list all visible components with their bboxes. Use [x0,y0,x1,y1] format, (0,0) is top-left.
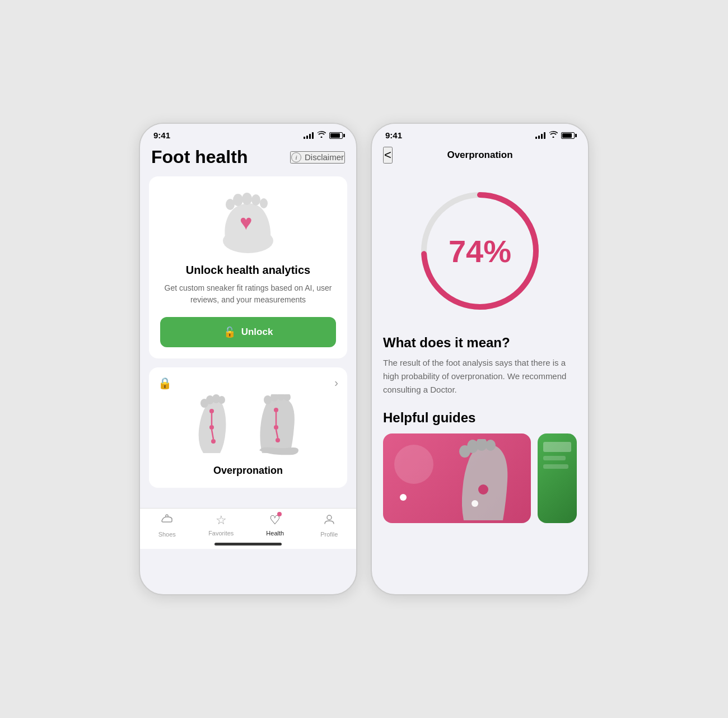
status-icons-2 [535,131,575,139]
guide-circle-decoration [394,445,433,484]
svg-point-16 [264,395,272,404]
svg-point-33 [472,500,478,507]
status-icons-1 [304,131,343,139]
screen1-phone: 9:41 Foot health i Di [139,123,357,595]
battery-icon-2 [561,132,575,139]
chevron-right-icon: › [334,376,338,389]
svg-point-15 [211,439,216,444]
svg-rect-34 [543,442,571,452]
wifi-icon [317,131,326,139]
svg-point-4 [251,194,260,206]
card-top-row: 🔒 › [158,376,338,390]
screen2-phone: 9:41 < Overpronation [371,123,589,595]
unlock-button[interactable]: 🔓 Unlock [160,317,336,347]
svg-point-5 [260,198,268,208]
svg-point-13 [209,425,214,430]
guide-dot-decoration [400,494,407,501]
signal-icon-2 [535,132,545,139]
guide-card-1[interactable] [383,433,531,523]
screen2-header: < Overpronation [372,142,588,172]
svg-point-3 [242,193,252,205]
screen1-content: ♥ Unlock health analytics Get custom sne… [140,176,356,497]
progress-value: 74% [449,233,511,269]
page-title: Foot health [151,147,248,167]
unlock-card: ♥ Unlock health analytics Get custom sne… [149,176,347,358]
wifi-icon-2 [549,131,558,139]
favorites-icon: ☆ [216,513,227,528]
svg-text:♥: ♥ [240,211,253,234]
signal-icon [304,132,314,139]
profile-icon [323,513,335,529]
feet-illustration [158,394,338,456]
svg-point-24 [276,438,280,442]
tab-health-label: Health [266,530,284,537]
tab-favorites-label: Favorites [208,530,234,537]
svg-point-2 [233,194,243,206]
screens-container: 9:41 Foot health i Di [139,123,589,595]
tab-profile-label: Profile [320,531,338,538]
progress-circle-container: 74% [383,172,577,335]
home-indicator [214,543,282,546]
what-description: The result of the foot analysis says tha… [383,356,577,397]
svg-rect-36 [543,464,568,469]
what-title: What does it mean? [383,335,577,351]
info-icon: i [291,152,301,162]
screen2-page-title: Overpronation [447,150,512,161]
disclaimer-label: Disclaimer [305,152,344,162]
tab-shoes[interactable]: Shoes [150,513,184,538]
guides-cards [383,433,577,523]
status-time-2: 9:41 [385,130,402,140]
status-bar-2: 9:41 [372,124,588,142]
svg-point-31 [486,440,496,451]
screen2-content: 74% What does it mean? The result of the… [372,172,588,523]
foot-heart-illustration: ♥ [209,188,287,255]
lock-icon: 🔓 [223,326,236,338]
unlock-description: Get custom sneaker fit ratings based on … [160,282,336,306]
disclaimer-button[interactable]: i Disclaimer [290,151,345,164]
tab-health[interactable]: ♡ Health [258,513,292,538]
lock-icon-small: 🔒 [158,376,172,390]
overpronation-card[interactable]: 🔒 › [149,367,347,488]
battery-icon [329,132,343,139]
unlock-button-label: Unlock [241,327,273,338]
progress-circle: 74% [413,184,547,318]
guide-card-2[interactable] [538,433,577,523]
status-time-1: 9:41 [153,130,170,140]
svg-point-25 [327,515,332,520]
svg-point-10 [218,396,225,404]
guides-title: Helpful guides [383,410,577,426]
screen1-header: Foot health i Disclaimer [140,142,356,176]
tab-shoes-label: Shoes [158,531,176,538]
svg-point-22 [274,425,278,430]
back-button[interactable]: < [383,147,393,164]
unlock-title: Unlock health analytics [160,264,336,277]
overpronation-card-title: Overpronation [158,465,338,477]
svg-point-11 [209,409,214,413]
health-icon: ♡ [269,513,281,528]
status-bar-1: 9:41 [140,124,356,142]
tab-favorites[interactable]: ☆ Favorites [204,513,238,538]
svg-point-32 [478,484,488,495]
shoes-icon [161,513,173,529]
svg-point-20 [274,408,278,412]
svg-rect-35 [543,456,566,460]
tab-bar: Shoes ☆ Favorites ♡ Health Profile [140,508,356,549]
tab-profile[interactable]: Profile [312,513,346,538]
health-notification-dot [277,512,282,516]
